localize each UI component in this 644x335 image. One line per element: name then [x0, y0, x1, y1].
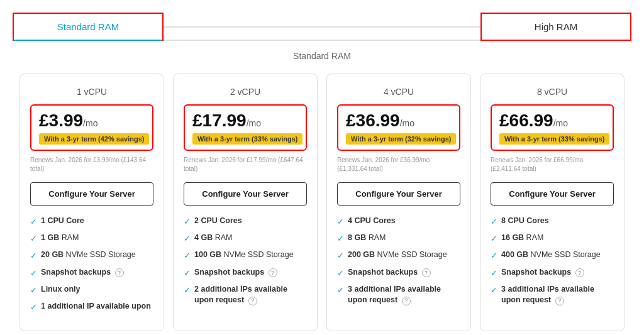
check-icon: ✓ [491, 285, 497, 296]
tab-standard-ram[interactable]: Standard RAM [13, 13, 164, 41]
tab-high-ram-label: High RAM [535, 21, 577, 32]
check-icon: ✓ [491, 250, 497, 261]
configure-button[interactable]: Configure Your Server [337, 182, 460, 206]
vcpu-label: 1 vCPU [30, 87, 153, 97]
check-icon: ✓ [30, 250, 37, 261]
feature-item: ✓ Snapshot backups ? [491, 267, 614, 279]
check-icon: ✓ [337, 268, 344, 279]
check-icon: ✓ [184, 233, 191, 244]
price-box: £17.99/mo With a 3-yr term (33% savings) [184, 104, 307, 151]
price-box: £66.99/mo With a 3-yr term (33% savings) [491, 104, 614, 151]
feature-item: ✓ Snapshot backups ? [30, 267, 153, 279]
feature-item: ✓ Linux only [30, 284, 153, 296]
per-month: /mo [553, 118, 568, 128]
feature-list: ✓ 1 CPU Core ✓ 1 GB RAM ✓ 20 GB NVMe SSD… [30, 216, 153, 313]
help-icon[interactable]: ? [115, 268, 124, 277]
check-icon: ✓ [337, 216, 344, 228]
vcpu-label: 4 vCPU [337, 87, 460, 97]
check-icon: ✓ [491, 216, 497, 228]
help-icon[interactable]: ? [402, 297, 411, 305]
feature-item: ✓ 16 GB RAM [491, 233, 614, 244]
tab-bar: Standard RAM High RAM [13, 13, 631, 41]
plan-card-0: 1 vCPU £3.99/mo With a 3-yr term (42% sa… [19, 74, 164, 331]
feature-item: ✓ 4 CPU Cores [337, 216, 460, 228]
feature-item: ✓ 4 GB RAM [184, 233, 307, 244]
feature-list: ✓ 2 CPU Cores ✓ 4 GB RAM ✓ 100 GB NVMe S… [184, 216, 307, 306]
check-icon: ✓ [30, 302, 37, 313]
help-icon[interactable]: ? [575, 268, 584, 277]
tab-high-ram[interactable]: High RAM [480, 13, 631, 41]
feature-item: ✓ 1 additional IP available upon [30, 301, 153, 313]
help-icon[interactable]: ? [248, 297, 257, 305]
check-icon: ✓ [30, 233, 37, 244]
help-icon[interactable]: ? [422, 268, 431, 277]
check-icon: ✓ [184, 216, 191, 228]
feature-item: ✓ Snapshot backups ? [337, 267, 460, 279]
help-icon[interactable]: ? [555, 297, 564, 305]
check-icon: ✓ [30, 285, 37, 296]
check-icon: ✓ [337, 250, 344, 261]
price-main: £17.99/mo [192, 112, 298, 129]
vcpu-label: 2 vCPU [184, 87, 307, 97]
feature-item: ✓ 3 additional IPs available upon reques… [491, 284, 614, 306]
savings-badge: With a 3-yr term (33% savings) [499, 133, 609, 145]
price-main: £36.99/mo [346, 112, 452, 129]
price-main: £3.99/mo [39, 112, 145, 129]
feature-item: ✓ 3 additional IPs available upon reques… [337, 284, 460, 306]
check-icon: ✓ [491, 233, 497, 244]
feature-item: ✓ 8 GB RAM [337, 233, 460, 244]
check-icon: ✓ [30, 268, 37, 279]
check-icon: ✓ [30, 216, 37, 228]
plan-card-2: 4 vCPU £36.99/mo With a 3-yr term (32% s… [326, 74, 471, 331]
plan-card-3: 8 vCPU £66.99/mo With a 3-yr term (33% s… [480, 74, 625, 331]
check-icon: ✓ [184, 268, 191, 279]
savings-badge: With a 3-yr term (32% savings) [346, 133, 456, 145]
feature-item: ✓ Snapshot backups ? [184, 267, 307, 279]
feature-item: ✓ 2 additional IPs available upon reques… [184, 284, 307, 306]
plan-card-1: 2 vCPU £17.99/mo With a 3-yr term (33% s… [173, 74, 318, 331]
feature-item: ✓ 20 GB NVMe SSD Storage [30, 250, 153, 261]
renews-text: Renews Jan. 2026 for £17.99/mo (£647.64 … [184, 156, 307, 173]
tab-standard-ram-label: Standard RAM [57, 21, 119, 32]
vcpu-label: 8 vCPU [491, 87, 614, 97]
feature-list: ✓ 4 CPU Cores ✓ 8 GB RAM ✓ 200 GB NVMe S… [337, 216, 460, 306]
check-icon: ✓ [337, 233, 344, 244]
check-icon: ✓ [337, 285, 344, 296]
feature-item: ✓ 400 GB NVMe SSD Storage [491, 250, 614, 261]
feature-item: ✓ 8 CPU Cores [491, 216, 614, 228]
check-icon: ✓ [184, 250, 191, 261]
feature-item: ✓ 200 GB NVMe SSD Storage [337, 250, 460, 261]
configure-button[interactable]: Configure Your Server [30, 182, 153, 206]
check-icon: ✓ [491, 268, 497, 279]
feature-list: ✓ 8 CPU Cores ✓ 16 GB RAM ✓ 400 GB NVMe … [491, 216, 614, 306]
feature-item: ✓ 100 GB NVMe SSD Storage [184, 250, 307, 261]
section-label: Standard RAM [13, 51, 631, 61]
configure-button[interactable]: Configure Your Server [184, 182, 307, 206]
feature-item: ✓ 2 CPU Cores [184, 216, 307, 228]
price-main: £66.99/mo [499, 112, 605, 129]
feature-item: ✓ 1 GB RAM [30, 233, 153, 244]
plans-container: 1 vCPU £3.99/mo With a 3-yr term (42% sa… [13, 74, 631, 331]
savings-badge: With a 3-yr term (42% savings) [39, 133, 149, 145]
configure-button[interactable]: Configure Your Server [491, 182, 614, 206]
per-month: /mo [83, 118, 97, 128]
help-icon[interactable]: ? [269, 268, 277, 277]
price-box: £36.99/mo With a 3-yr term (32% savings) [337, 104, 460, 151]
renews-text: Renews Jan. 2026 for £66.99/mo (£2,411.6… [491, 156, 614, 173]
renews-text: Renews Jan. 2026 for £3.99/mo (£143.64 t… [30, 156, 153, 173]
savings-badge: With a 3-yr term (33% savings) [192, 133, 303, 145]
check-icon: ✓ [184, 285, 191, 296]
per-month: /mo [400, 118, 414, 128]
renews-text: Renews Jan. 2026 for £36.99/mo (£1,331.6… [337, 156, 460, 173]
per-month: /mo [247, 118, 261, 128]
price-box: £3.99/mo With a 3-yr term (42% savings) [30, 104, 153, 151]
feature-item: ✓ 1 CPU Core [30, 216, 153, 228]
